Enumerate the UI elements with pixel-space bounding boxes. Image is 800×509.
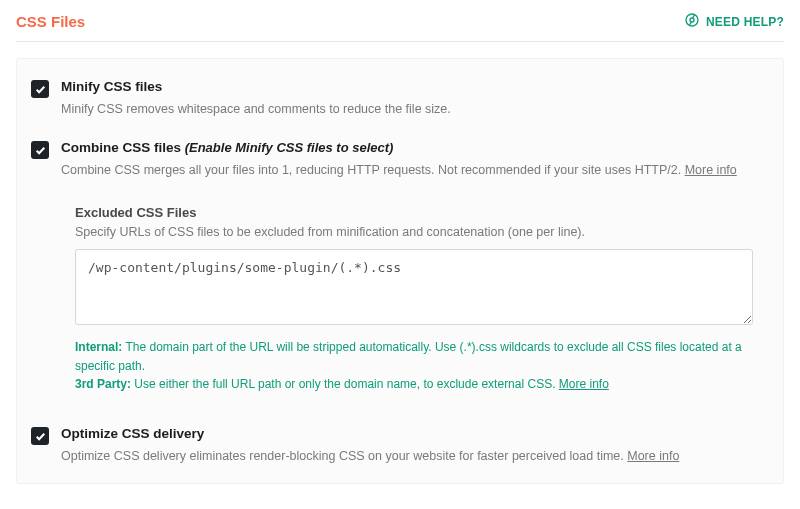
combine-title: Combine CSS files [61,140,181,155]
svg-line-2 [693,15,695,18]
need-help-label: NEED HELP? [706,15,784,29]
check-icon [35,431,46,442]
hint-thirdparty-label: 3rd Party: [75,377,131,391]
excluded-hint: Internal: The domain part of the URL wil… [75,338,753,394]
minify-setting: Minify CSS files Minify CSS removes whit… [17,65,783,118]
minify-checkbox[interactable] [31,80,49,98]
minify-desc: Minify CSS removes whitespace and commen… [61,100,769,118]
combine-more-info-link[interactable]: More info [685,163,737,177]
hint-thirdparty-text: Use either the full URL path or only the… [131,377,559,391]
optimize-setting: Optimize CSS delivery Optimize CSS deliv… [17,412,783,465]
combine-note: (Enable Minify CSS files to select) [185,140,394,155]
svg-line-3 [689,22,691,25]
page-title: CSS Files [16,13,85,30]
combine-checkbox[interactable] [31,141,49,159]
need-help-link[interactable]: NEED HELP? [684,12,784,31]
minify-title: Minify CSS files [61,79,769,94]
optimize-checkbox[interactable] [31,427,49,445]
hint-internal-label: Internal: [75,340,122,354]
settings-panel: Minify CSS files Minify CSS removes whit… [16,58,784,484]
combine-desc: Combine CSS merges all your files into 1… [61,161,769,179]
help-icon [684,12,700,31]
excluded-section: Excluded CSS Files Specify URLs of CSS f… [75,205,753,394]
svg-point-1 [690,18,694,22]
excluded-desc: Specify URLs of CSS files to be excluded… [75,225,753,239]
svg-point-0 [686,14,698,26]
combine-setting: Combine CSS files (Enable Minify CSS fil… [17,126,783,394]
excluded-more-info-link[interactable]: More info [559,377,609,391]
optimize-title: Optimize CSS delivery [61,426,769,441]
hint-internal-text: The domain part of the URL will be strip… [75,340,742,373]
optimize-more-info-link[interactable]: More info [627,449,679,463]
optimize-desc: Optimize CSS delivery eliminates render-… [61,447,769,465]
excluded-title: Excluded CSS Files [75,205,753,220]
check-icon [35,145,46,156]
check-icon [35,84,46,95]
excluded-textarea[interactable] [75,249,753,325]
